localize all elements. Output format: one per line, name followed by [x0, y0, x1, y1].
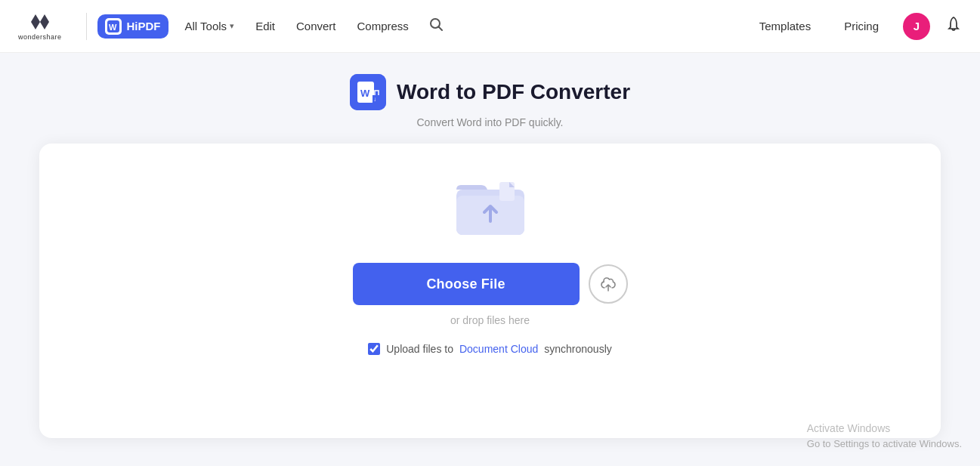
- hipdf-label: HiPDF: [127, 20, 161, 32]
- page-title: Word to PDF Converter: [397, 80, 630, 104]
- nav-pricing[interactable]: Pricing: [835, 15, 888, 37]
- document-cloud-link[interactable]: Document Cloud: [459, 343, 538, 355]
- page-subtitle: Convert Word into PDF quickly.: [417, 116, 564, 128]
- nav-convert[interactable]: Convert: [287, 15, 345, 37]
- upload-cloud-button[interactable]: [589, 264, 628, 304]
- page-title-row: W ↓ Word to PDF Converter: [350, 74, 630, 110]
- svg-text:W: W: [360, 88, 370, 99]
- nav-all-tools[interactable]: All Tools ▾: [176, 15, 244, 37]
- hipdf-w-icon: W: [107, 20, 119, 32]
- choose-file-button[interactable]: Choose File: [353, 263, 580, 305]
- header-divider: [86, 13, 87, 40]
- main-content: W ↓ Word to PDF Converter Convert Word i…: [0, 53, 980, 438]
- page-header: W ↓ Word to PDF Converter Convert Word i…: [39, 74, 941, 128]
- nav-compress[interactable]: Compress: [348, 15, 418, 37]
- cloud-upload-icon: [600, 276, 617, 292]
- folder-upload-illustration: [453, 174, 528, 242]
- notification-bell-button[interactable]: [945, 16, 962, 36]
- avatar[interactable]: J: [903, 13, 930, 40]
- bell-icon: [945, 16, 962, 32]
- svg-text:W: W: [109, 23, 117, 32]
- search-icon: [428, 17, 444, 32]
- document-cloud-checkbox[interactable]: [368, 343, 380, 355]
- drop-zone-card: Choose File or drop files here Upload fi…: [39, 144, 941, 438]
- svg-rect-10: [499, 182, 515, 201]
- checkbox-prefix: Upload files to: [386, 343, 453, 355]
- word-icon-wrapper: W ↓: [350, 74, 386, 110]
- checkbox-suffix: synchronously: [544, 343, 612, 355]
- nav-templates[interactable]: Templates: [750, 15, 820, 37]
- action-row: Choose File: [353, 263, 628, 305]
- hipdf-badge-icon: W: [105, 18, 122, 35]
- hipdf-badge[interactable]: W HiPDF: [97, 14, 168, 39]
- nav-links: All Tools ▾ Edit Convert Compress: [176, 12, 451, 40]
- word-to-pdf-icon: W ↓: [350, 74, 386, 110]
- drop-hint: or drop files here: [450, 314, 530, 326]
- header: wondershare W HiPDF All Tools ▾ Edit Con…: [0, 0, 980, 53]
- chevron-down-icon: ▾: [230, 21, 234, 31]
- header-right: Templates Pricing J: [750, 13, 962, 40]
- search-button[interactable]: [421, 12, 451, 40]
- logo-area: wondershare: [18, 11, 62, 41]
- wondershare-logo[interactable]: wondershare: [18, 11, 62, 41]
- wondershare-icon: [28, 11, 52, 32]
- checkbox-row: Upload files to Document Cloud synchrono…: [368, 343, 612, 355]
- wondershare-label: wondershare: [18, 33, 62, 41]
- nav-edit[interactable]: Edit: [246, 15, 284, 37]
- svg-text:↓: ↓: [373, 96, 376, 103]
- svg-line-3: [438, 27, 442, 31]
